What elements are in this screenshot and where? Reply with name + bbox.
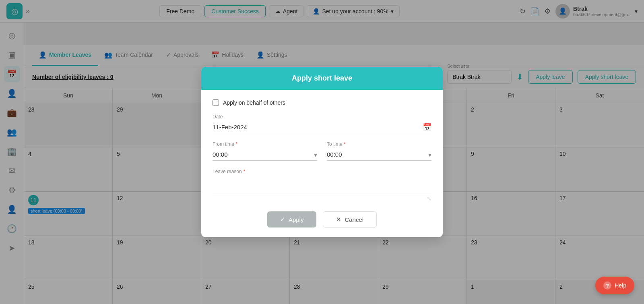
apply-checkmark-icon: ✓ <box>280 216 285 223</box>
modal-footer: ✓ Apply ✕ Cancel <box>201 205 443 237</box>
leave-reason-wrap: Leave reason * ⤡ <box>213 169 431 195</box>
date-calendar-icon[interactable]: 📅 <box>423 123 431 132</box>
from-time-select-wrap: 00:00 ▾ <box>213 149 317 161</box>
leave-reason-input[interactable] <box>213 176 431 194</box>
to-time-select-wrap: 00:00 ▾ <box>327 149 431 161</box>
modal-title: Apply short leave <box>292 74 352 82</box>
date-field-wrap: Date 📅 <box>213 114 431 133</box>
to-time-required: * <box>344 141 346 147</box>
from-time-label: From time * <box>213 141 317 147</box>
help-circle-icon: ? <box>603 281 611 290</box>
from-time-select[interactable]: 00:00 <box>213 149 317 161</box>
apply-button-label: Apply <box>289 216 304 223</box>
cancel-button[interactable]: ✕ Cancel <box>323 211 377 227</box>
behalf-checkbox-label: Apply on behalf of others <box>223 99 285 106</box>
apply-short-leave-modal: Apply short leave Apply on behalf of oth… <box>201 67 443 237</box>
modal-overlay: Apply short leave Apply on behalf of oth… <box>0 0 644 304</box>
date-label: Date <box>213 114 431 120</box>
date-input-wrap: 📅 <box>213 121 431 133</box>
date-input[interactable] <box>213 121 431 133</box>
behalf-checkbox-row: Apply on behalf of others <box>213 99 431 106</box>
leave-reason-label: Leave reason * <box>213 169 431 174</box>
from-time-field: From time * 00:00 ▾ <box>213 141 317 161</box>
behalf-checkbox[interactable] <box>213 99 219 106</box>
to-time-field: To time * 00:00 ▾ <box>327 141 431 161</box>
apply-button[interactable]: ✓ Apply <box>267 211 317 227</box>
time-row: From time * 00:00 ▾ To time * <box>213 141 431 161</box>
from-time-required: * <box>235 141 237 147</box>
cancel-button-label: Cancel <box>345 216 363 223</box>
modal-header: Apply short leave <box>201 67 443 90</box>
modal-body: Apply on behalf of others Date 📅 From ti… <box>201 90 443 205</box>
leave-reason-required: * <box>244 169 246 174</box>
to-time-label: To time * <box>327 141 431 147</box>
to-time-select[interactable]: 00:00 <box>327 149 431 161</box>
cancel-cross-icon: ✕ <box>336 216 341 223</box>
help-label: Help <box>615 282 626 289</box>
help-button[interactable]: ? Help <box>595 277 634 294</box>
resize-icon: ⤡ <box>427 195 431 202</box>
